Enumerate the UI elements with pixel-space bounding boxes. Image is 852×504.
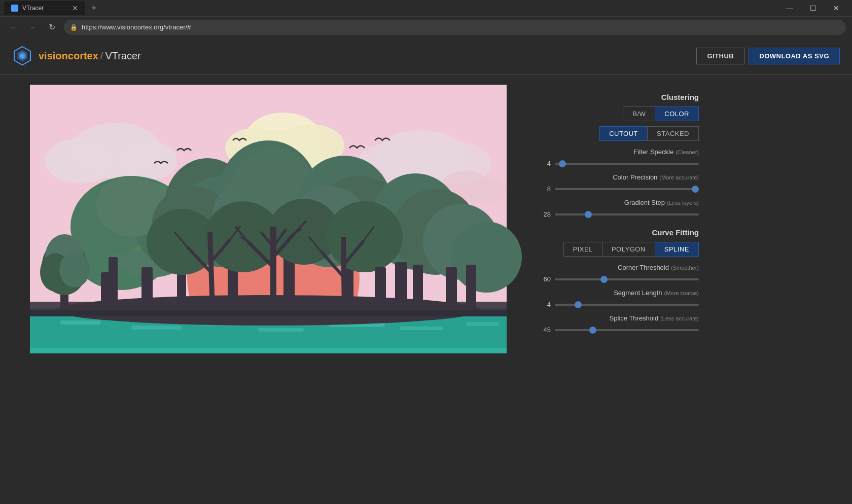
- stacked-button[interactable]: STACKED: [647, 126, 699, 141]
- filter-speckle-label: Filter Speckle: [633, 148, 673, 156]
- url-text: https://www.visioncortex.org/vtracer/#: [82, 23, 191, 31]
- filter-speckle-value: 4: [537, 160, 551, 167]
- cutout-button[interactable]: CUTOUT: [599, 126, 647, 141]
- maximize-button[interactable]: ☐: [801, 0, 825, 16]
- splice-threshold-label: Splice Threshold: [610, 314, 659, 322]
- segment-length-slider[interactable]: [555, 304, 699, 306]
- logo-text: visioncortex/VTracer: [39, 50, 141, 62]
- color-precision-label: Color Precision: [613, 173, 657, 181]
- splice-threshold-slider-row: 45: [537, 326, 699, 334]
- segment-length-value: 4: [537, 301, 551, 308]
- svg-rect-21: [60, 320, 101, 325]
- splice-threshold-slider[interactable]: [555, 329, 699, 331]
- illustration-svg: [12, 85, 524, 353]
- color-precision-value: 8: [537, 185, 551, 193]
- spline-button[interactable]: SPLINE: [655, 242, 699, 257]
- tab-favicon: [11, 5, 18, 12]
- close-button[interactable]: ✕: [825, 0, 848, 16]
- svg-point-7: [116, 140, 177, 181]
- corner-threshold-label-row: Corner Threshold (Smoother): [537, 264, 699, 271]
- svg-point-53: [451, 222, 522, 293]
- corner-threshold-sub: (Smoother): [671, 265, 699, 271]
- lock-icon: 🔒: [70, 24, 78, 31]
- svg-rect-24: [258, 328, 304, 332]
- color-precision-slider-row: 8: [537, 185, 699, 193]
- svg-point-6: [45, 138, 116, 184]
- github-button[interactable]: GITHUB: [696, 48, 744, 64]
- splice-threshold-value: 45: [537, 326, 551, 334]
- corner-threshold-slider-row: 60: [537, 275, 699, 283]
- new-tab-button[interactable]: +: [89, 3, 99, 14]
- window-controls: — ☐ ✕: [778, 0, 848, 16]
- gradient-step-slider[interactable]: [555, 213, 699, 215]
- gradient-step-value: 28: [537, 210, 551, 218]
- color-button[interactable]: COLOR: [655, 106, 699, 121]
- svg-point-89: [59, 252, 90, 287]
- svg-rect-27: [466, 322, 499, 326]
- segment-length-sub: (More coarse): [664, 290, 699, 296]
- logo-icon: [12, 46, 32, 66]
- tab-close-button[interactable]: ✕: [72, 4, 78, 12]
- gradient-step-label: Gradient Step: [624, 199, 665, 206]
- segment-length-slider-row: 4: [537, 301, 699, 308]
- traced-image: [12, 85, 524, 353]
- svg-rect-26: [400, 327, 443, 330]
- curve-fitting-group: PIXEL POLYGON SPLINE: [537, 242, 699, 257]
- segment-length-label-row: Segment Length (More coarse): [537, 289, 699, 297]
- color-precision-sub: (More accurate): [659, 174, 699, 181]
- corner-threshold-slider[interactable]: [555, 278, 699, 280]
- bw-button[interactable]: B/W: [623, 106, 655, 121]
- svg-point-57: [327, 201, 403, 272]
- svg-line-72: [343, 237, 344, 310]
- filter-speckle-slider-row: 4: [537, 160, 699, 167]
- download-svg-button[interactable]: DOWNLOAD AS SVG: [749, 48, 840, 64]
- filter-speckle-sub: (Cleaner): [676, 149, 699, 155]
- controls-panel: Clustering B/W COLOR CUTOUT STACKED Filt…: [537, 85, 699, 494]
- cutout-stacked-group: CUTOUT STACKED: [537, 126, 699, 141]
- splice-threshold-label-row: Splice Threshold (Less accurate): [537, 314, 699, 322]
- color-precision-label-row: Color Precision (More accurate): [537, 173, 699, 181]
- refresh-button[interactable]: ↻: [45, 20, 59, 34]
- corner-threshold-value: 60: [537, 275, 551, 283]
- bw-color-group: B/W COLOR: [537, 106, 699, 121]
- image-container: [12, 85, 524, 494]
- browser-tab[interactable]: VTracer ✕: [4, 1, 85, 15]
- gradient-step-sub: (Less layers): [667, 200, 699, 206]
- slash: /: [100, 50, 103, 61]
- curve-fitting-title: Curve Fitting: [537, 228, 699, 237]
- filter-speckle-label-row: Filter Speckle (Cleaner): [537, 148, 699, 156]
- svg-rect-91: [30, 310, 507, 316]
- polygon-button[interactable]: POLYGON: [602, 242, 655, 257]
- segment-length-label: Segment Length: [614, 289, 662, 297]
- pixel-button[interactable]: PIXEL: [563, 242, 602, 257]
- clustering-title: Clustering: [537, 93, 699, 101]
- svg-rect-22: [131, 326, 182, 330]
- color-precision-slider[interactable]: [555, 188, 699, 190]
- minimize-button[interactable]: —: [778, 0, 801, 16]
- browser-titlebar: VTracer ✕ + — ☐ ✕: [0, 0, 852, 16]
- filter-speckle-slider[interactable]: [555, 163, 699, 165]
- address-bar[interactable]: 🔒 https://www.visioncortex.org/vtracer/#: [64, 20, 846, 35]
- logo-area: visioncortex/VTracer: [12, 46, 141, 66]
- gradient-step-slider-row: 28: [537, 210, 699, 218]
- svg-point-16: [466, 178, 507, 204]
- gradient-step-label-row: Gradient Step (Less layers): [537, 199, 699, 206]
- tab-label: VTracer: [22, 5, 44, 12]
- brand-name: visioncortex: [39, 50, 98, 61]
- app-header: visioncortex/VTracer GITHUB DOWNLOAD AS …: [0, 38, 852, 75]
- forward-button[interactable]: →: [25, 20, 40, 34]
- app-name: VTracer: [105, 50, 140, 61]
- app-container: visioncortex/VTracer GITHUB DOWNLOAD AS …: [0, 38, 852, 504]
- back-button[interactable]: ←: [6, 20, 20, 34]
- browser-addressbar: ← → ↻ 🔒 https://www.visioncortex.org/vtr…: [0, 16, 852, 38]
- header-actions: GITHUB DOWNLOAD AS SVG: [696, 48, 840, 64]
- splice-threshold-sub: (Less accurate): [660, 315, 699, 321]
- corner-threshold-label: Corner Threshold: [618, 264, 669, 271]
- main-layout: Clustering B/W COLOR CUTOUT STACKED Filt…: [0, 75, 852, 504]
